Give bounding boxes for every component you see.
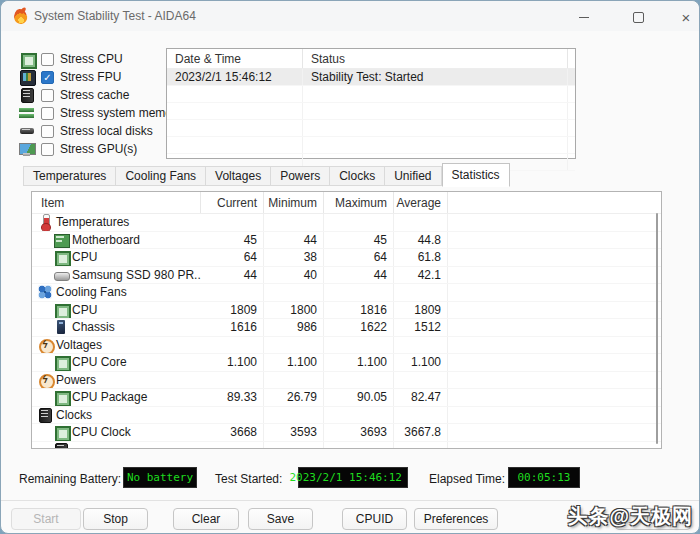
remaining-battery-display: No battery <box>123 467 197 488</box>
stats-minimum: 40 <box>264 267 324 284</box>
stats-maximum: 1622 <box>324 319 394 336</box>
titlebar[interactable]: System Stability Test - AIDA64 × <box>1 1 699 31</box>
log-datetime-cell: 2023/2/1 15:46:12 <box>167 69 303 85</box>
stats-column-average[interactable]: Average <box>394 192 448 213</box>
stats-current: 1616 <box>201 319 264 336</box>
stats-row-cpu-core[interactable]: CPU Core 1.100 1.100 1.100 1.100 <box>32 354 661 372</box>
stats-group-temperatures[interactable]: Temperatures <box>32 214 661 232</box>
stats-row-motherboard[interactable]: Motherboard 45 44 45 44.8 <box>32 232 661 250</box>
stats-item-label: Motherboard <box>72 233 140 247</box>
stress-option-gpu[interactable]: Stress GPU(s) <box>19 140 164 158</box>
stress-option-memory[interactable]: Stress system memory <box>19 104 164 122</box>
watermark: 头条@天极网 <box>567 503 693 530</box>
stats-item-label: CPU <box>72 250 97 264</box>
stress-disks-checkbox[interactable] <box>41 125 54 138</box>
tab-unified[interactable]: Unified <box>385 166 441 186</box>
log-header-row: Date & Time Status <box>167 49 575 69</box>
ssd-icon <box>53 267 69 283</box>
thermometer-icon <box>37 214 53 230</box>
stress-cpu-label: Stress CPU <box>60 52 123 66</box>
stress-cpu-checkbox[interactable] <box>41 53 54 66</box>
event-log-table: Date & Time Status 2023/2/1 15:46:12 Sta… <box>166 48 576 159</box>
chassis-icon <box>53 319 69 335</box>
stats-row-chassis-fan[interactable]: Chassis 1616 986 1622 1512 <box>32 319 661 337</box>
stress-cache-checkbox[interactable] <box>41 89 54 102</box>
log-empty-row <box>167 103 575 120</box>
tab-temperatures[interactable]: Temperatures <box>23 166 116 186</box>
stats-current: 44 <box>201 267 264 284</box>
tab-cooling-fans[interactable]: Cooling Fans <box>116 166 206 186</box>
stress-fpu-checkbox[interactable] <box>41 71 54 84</box>
stats-row-cpu-clock[interactable]: CPU Clock 3668 3593 3693 3667.8 <box>32 424 661 442</box>
log-row[interactable]: 2023/2/1 15:46:12 Stability Test: Starte… <box>167 69 575 86</box>
stats-row-cpu-fan[interactable]: CPU 1809 1800 1816 1809 <box>32 302 661 320</box>
stress-cache-label: Stress cache <box>60 88 129 102</box>
stats-item-label: Clocks <box>56 408 92 422</box>
stats-row-ssd[interactable]: Samsung SSD 980 PR... 44 40 44 42.1 <box>32 267 661 285</box>
minimize-button[interactable] <box>567 5 601 29</box>
cache-icon <box>19 87 35 103</box>
stress-option-disks[interactable]: Stress local disks <box>19 122 164 140</box>
log-empty-row <box>167 86 575 103</box>
stress-option-cache[interactable]: Stress cache <box>19 86 164 104</box>
stress-gpu-checkbox[interactable] <box>41 143 54 156</box>
maximize-button[interactable] <box>621 5 655 29</box>
stats-item-label: Chassis <box>72 320 115 334</box>
stats-current: 45 <box>201 232 264 249</box>
stats-group-cooling-fans[interactable]: Cooling Fans <box>32 284 661 302</box>
stats-item-label: Powers <box>56 373 96 387</box>
tab-powers[interactable]: Powers <box>271 166 330 186</box>
chip-icon <box>53 354 69 370</box>
power-icon <box>37 372 53 388</box>
stability-test-window: System Stability Test - AIDA64 × Stress … <box>0 0 700 534</box>
stats-group-clocks[interactable]: Clocks <box>32 407 661 425</box>
stats-group-voltages[interactable]: Voltages <box>32 337 661 355</box>
stats-average: 82.47 <box>394 389 448 406</box>
stats-minimum: 26.79 <box>264 389 324 406</box>
tab-voltages[interactable]: Voltages <box>206 166 271 186</box>
stats-column-maximum[interactable]: Maximum <box>324 192 394 213</box>
stats-maximum: 64 <box>324 249 394 266</box>
tab-statistics[interactable]: Statistics <box>442 163 510 187</box>
preferences-button[interactable]: Preferences <box>414 508 498 530</box>
stats-row-cpu-temp[interactable]: CPU 64 38 64 61.8 <box>32 249 661 267</box>
stats-row-cpu-package[interactable]: CPU Package 89.33 26.79 90.05 82.47 <box>32 389 661 407</box>
stress-disks-label: Stress local disks <box>60 124 153 138</box>
log-column-stub <box>568 49 575 68</box>
stats-average: 3667.8 <box>394 424 448 441</box>
stats-scrollbar[interactable] <box>656 213 658 444</box>
stats-minimum: 1.100 <box>264 354 324 371</box>
stats-average: 1.100 <box>394 354 448 371</box>
stop-button[interactable]: Stop <box>83 508 148 530</box>
stats-average: 44.8 <box>394 232 448 249</box>
tab-clocks[interactable]: Clocks <box>330 166 385 186</box>
stats-maximum: 1.100 <box>324 354 394 371</box>
chip-icon <box>53 302 69 318</box>
clock-chip-icon <box>53 442 69 449</box>
fpu-icon <box>19 69 35 85</box>
cpu-icon <box>19 51 35 67</box>
stress-option-cpu[interactable]: Stress CPU <box>19 50 164 68</box>
save-button[interactable]: Save <box>248 508 313 530</box>
stats-group-powers[interactable]: Powers <box>32 372 661 390</box>
log-column-datetime[interactable]: Date & Time <box>167 49 303 68</box>
stats-maximum: 1816 <box>324 302 394 319</box>
stress-option-fpu[interactable]: Stress FPU <box>19 68 164 86</box>
stats-column-current[interactable]: Current <box>201 192 264 213</box>
log-column-status[interactable]: Status <box>303 49 568 68</box>
stress-memory-label: Stress system memory <box>60 106 182 120</box>
stress-options-panel: Stress CPU Stress FPU Stress cache Stres… <box>19 50 164 158</box>
stats-header-row: Item Current Minimum Maximum Average <box>32 192 661 214</box>
stats-average: 42.1 <box>394 267 448 284</box>
stats-column-minimum[interactable]: Minimum <box>264 192 324 213</box>
stats-maximum: 45 <box>324 232 394 249</box>
close-button[interactable]: × <box>669 5 700 29</box>
cpuid-button[interactable]: CPUID <box>342 508 407 530</box>
stats-average: 1512 <box>394 319 448 336</box>
stress-memory-checkbox[interactable] <box>41 107 54 120</box>
chip-icon <box>53 249 69 265</box>
clear-button[interactable]: Clear <box>173 508 239 530</box>
gpu-icon <box>19 141 35 157</box>
log-empty-row <box>167 120 575 137</box>
stats-column-item[interactable]: Item <box>32 192 201 213</box>
